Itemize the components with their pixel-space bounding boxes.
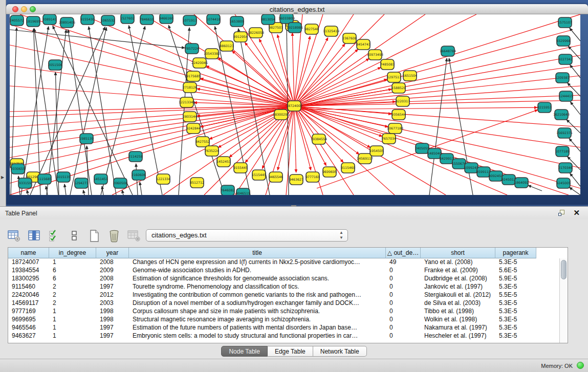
black-edge[interactable] (569, 139, 580, 151)
graph-node[interactable]: 8860123 (220, 41, 234, 51)
graph-node[interactable]: 9245005 (556, 178, 571, 188)
graph-node[interactable]: 2170346 (558, 163, 573, 173)
graph-node[interactable]: 1527602 (120, 14, 135, 24)
table-row[interactable]: 1872400712008Changes of HCN gene express… (8, 258, 559, 267)
graph-node[interactable]: 2803144 (183, 112, 197, 122)
table-row[interactable]: 946554611997Estimation of the future num… (8, 324, 559, 332)
column-header-short[interactable]: short (421, 248, 495, 258)
tab-node-table[interactable]: Node Table (221, 346, 268, 357)
graph-node[interactable]: 7657034 (382, 134, 396, 144)
table-row[interactable]: 1938455462009Genome-wide association stu… (8, 267, 559, 275)
graph-node[interactable]: 8215953 (537, 102, 552, 113)
graph-node[interactable]: 8512712 (190, 178, 204, 188)
black-edge[interactable] (27, 190, 28, 195)
window-titlebar[interactable]: citations_edges.txt (6, 4, 588, 14)
graph-node[interactable]: 1294273 (74, 178, 89, 188)
graph-node[interactable]: 1985139 (79, 134, 94, 144)
memory-status-indicator[interactable] (577, 362, 584, 369)
graph-node[interactable]: 9115460 (341, 163, 355, 173)
graph-node[interactable]: 9827548 (304, 24, 319, 34)
graph-node[interactable]: 2718126 (183, 82, 197, 93)
graph-node[interactable]: 8427552 (195, 137, 210, 147)
tab-network-table[interactable]: Network Table (313, 346, 367, 357)
graph-node[interactable]: 1653809 (230, 16, 244, 27)
graph-node[interactable]: 1954505 (369, 146, 384, 156)
red-edge[interactable] (292, 33, 294, 106)
tab-edge-table[interactable]: Edge Table (268, 346, 313, 357)
red-edge[interactable] (294, 106, 296, 172)
graph-node[interactable]: 16648784 (440, 46, 456, 56)
column-header-out_de[interactable]: △ out_de… (386, 248, 421, 258)
graph-node[interactable]: 1575107 (558, 17, 572, 28)
black-edge[interactable] (64, 184, 66, 195)
scrollbar-thumb[interactable] (561, 260, 567, 279)
red-edge[interactable] (294, 106, 391, 114)
graph-node[interactable]: 12213349 (179, 97, 195, 107)
black-edge[interactable] (34, 29, 58, 195)
black-edge[interactable] (140, 182, 142, 195)
graph-node[interactable]: 1651504 (403, 71, 417, 81)
graph-node[interactable]: 1452451 (216, 157, 231, 167)
graph-node[interactable]: 9777169 (306, 172, 320, 182)
column-header-name[interactable]: name (8, 248, 49, 258)
graph-node[interactable]: 8912954 (233, 32, 248, 42)
graph-node[interactable]: 2405572 (10, 15, 24, 26)
black-edge[interactable] (571, 102, 580, 115)
table-row[interactable]: 977716911998Corpus callosum shape and si… (8, 308, 559, 316)
black-edge[interactable] (570, 65, 580, 78)
graph-node[interactable]: 10543382 (204, 49, 220, 59)
graph-node[interactable]: 8220317 (396, 96, 410, 106)
graph-node[interactable]: 7646082 (221, 185, 235, 195)
graph-node[interactable]: 18724007 (286, 101, 302, 111)
graph-node[interactable]: 7485083 (380, 59, 395, 70)
graph-node[interactable]: 2030655 (11, 164, 25, 174)
graph-node[interactable]: 18300295 (273, 110, 289, 120)
red-edge[interactable] (218, 57, 294, 106)
column-header-title[interactable]: title (129, 248, 386, 258)
graph-node[interactable]: 1297513 (387, 72, 401, 82)
graph-node[interactable]: 1209387 (555, 73, 570, 83)
graph-node[interactable]: 933159 (18, 178, 32, 188)
graph-node[interactable]: 1864092 (514, 178, 529, 188)
graph-node[interactable]: 9155445 (233, 163, 248, 173)
graph-node[interactable]: 19218986 (287, 23, 303, 33)
graph-node[interactable]: 20891406 (59, 17, 75, 28)
graph-node[interactable]: 9245012 (502, 174, 516, 185)
graph-node[interactable]: 1115685 (37, 174, 52, 184)
delete-columns-icon[interactable] (107, 229, 121, 243)
graph-node[interactable]: 2060508 (113, 178, 127, 188)
black-edge[interactable] (429, 58, 447, 195)
black-edge[interactable] (449, 58, 473, 195)
black-edge[interactable] (83, 190, 84, 195)
graph-node[interactable]: 9242844 (186, 123, 201, 134)
table-selector-dropdown[interactable]: citations_edges.txt ▲▼ (146, 229, 348, 242)
graph-node[interactable]: 9155430 (80, 14, 95, 25)
black-edge[interactable] (528, 185, 542, 191)
graph-node[interactable]: 9175685 (186, 71, 201, 81)
network-canvas[interactable]: 8220317158852012975137485083109734938454… (10, 14, 580, 195)
black-edge[interactable] (129, 26, 162, 195)
splitter-collapse-arrow[interactable]: ▶ (1, 175, 4, 180)
black-edge[interactable] (569, 187, 580, 195)
table-row[interactable]: 2242004622012Investigating the contribut… (8, 291, 559, 299)
graph-node[interactable]: 7846610 (140, 14, 154, 25)
float-panel-icon[interactable] (558, 210, 565, 217)
table-row[interactable]: 969969511998Structural magnetic resonanc… (8, 316, 559, 324)
graph-node[interactable]: 1065532 (101, 15, 115, 26)
red-edge[interactable] (232, 51, 294, 106)
graph-node[interactable]: 1515445 (252, 170, 266, 180)
graph-node[interactable]: 2114258 (128, 151, 143, 162)
black-edge[interactable] (122, 190, 123, 195)
graph-node[interactable]: 8813054 (261, 14, 275, 25)
vertical-scrollbar[interactable] (559, 258, 568, 343)
graph-node[interactable]: 2089141 (42, 14, 57, 25)
graph-node[interactable]: 1244415 (559, 91, 573, 101)
graph-node[interactable]: 9699695 (322, 167, 337, 177)
graph-node[interactable]: 8466160 (159, 14, 173, 24)
select-columns-icon[interactable] (27, 229, 41, 243)
table-settings-icon[interactable] (7, 229, 21, 243)
graph-node[interactable]: 9356544 (391, 110, 406, 120)
graph-node[interactable]: 11325419 (323, 26, 339, 36)
close-panel-icon[interactable]: ✕ (573, 208, 580, 217)
table-row[interactable]: 1830029562008Estimation of significance … (8, 275, 559, 283)
